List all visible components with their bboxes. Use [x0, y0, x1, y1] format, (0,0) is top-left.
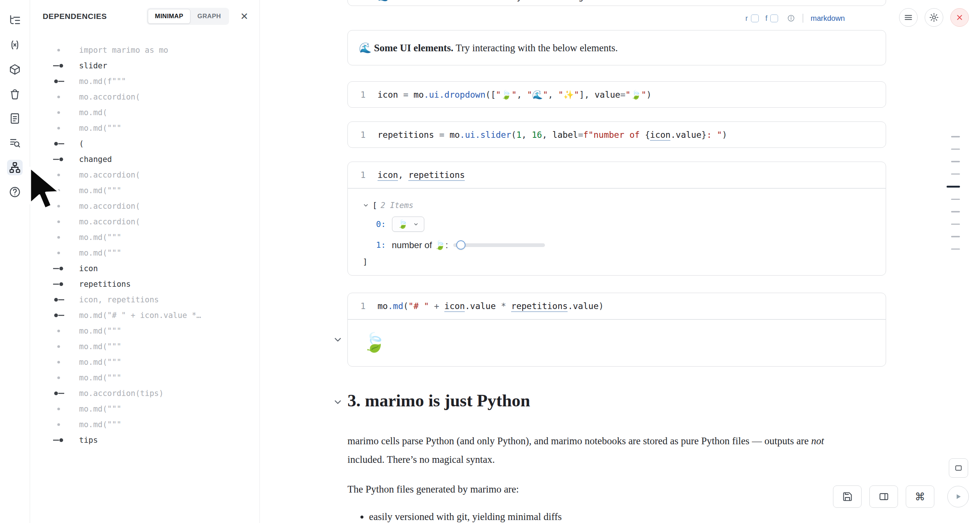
- dependency-item[interactable]: mo.md(""": [52, 120, 259, 136]
- play-icon: [953, 492, 963, 501]
- code-token: repetitions: [511, 301, 568, 312]
- minimap-line[interactable]: [951, 236, 960, 238]
- run-button[interactable]: [947, 486, 969, 507]
- dependency-item[interactable]: (: [52, 136, 259, 151]
- minimap-line[interactable]: [951, 211, 960, 212]
- code-cell-icon-dropdown[interactable]: 1 icon = mo.ui.dropdown(["🍃", "🌊", "✨"],…: [347, 81, 886, 108]
- keyboard-shortcuts-button[interactable]: ⌘: [906, 485, 934, 508]
- markdown-source-line[interactable]: 🌊 **Some UI elements.** Try interacting …: [377, 0, 712, 2]
- code-line[interactable]: icon, repetitions: [377, 170, 465, 180]
- node-reference-icon: [52, 297, 69, 302]
- dependency-item[interactable]: mo.accordion(: [52, 198, 259, 214]
- dependency-item[interactable]: mo.md(""": [52, 354, 259, 370]
- dependency-item[interactable]: icon, repetitions: [52, 292, 259, 308]
- chevron-down-icon[interactable]: [363, 202, 369, 208]
- dependency-item[interactable]: repetitions: [52, 276, 259, 292]
- dependency-item[interactable]: mo.md(: [52, 105, 259, 120]
- dependency-label: mo.accordion(: [79, 171, 140, 179]
- slider-widget[interactable]: [453, 243, 545, 247]
- dependency-item[interactable]: mo.md(""": [52, 417, 259, 432]
- snippets-icon[interactable]: [7, 37, 23, 53]
- code-token: .value: [465, 301, 496, 311]
- dependency-item[interactable]: import marimo as mo: [52, 42, 259, 58]
- dependency-item[interactable]: mo.md(f""": [52, 73, 259, 89]
- minimap-line[interactable]: [951, 161, 960, 162]
- slider-knob[interactable]: [456, 240, 466, 250]
- collapse-section-icon[interactable]: [332, 397, 343, 408]
- node-dot-icon: [52, 375, 69, 380]
- tab-graph[interactable]: GRAPH: [191, 9, 228, 24]
- dependency-item[interactable]: mo.md(""": [52, 183, 259, 198]
- format-checkbox[interactable]: [770, 14, 778, 22]
- code-line[interactable]: icon = mo.ui.dropdown(["🍃", "🌊", "✨"], v…: [377, 90, 651, 100]
- info-icon[interactable]: [787, 14, 795, 22]
- dependency-item[interactable]: mo.md(""": [52, 245, 259, 261]
- reactive-checkbox[interactable]: [751, 14, 759, 22]
- minimap-line-active[interactable]: [947, 186, 960, 188]
- dependency-item[interactable]: mo.md(""": [52, 370, 259, 386]
- dependency-item[interactable]: mo.accordion(: [52, 89, 259, 105]
- floating-panel-button[interactable]: [949, 458, 968, 478]
- packages-icon[interactable]: [7, 62, 23, 77]
- dependency-item[interactable]: mo.md(""": [52, 230, 259, 245]
- collapse-output-icon[interactable]: [332, 334, 343, 346]
- node-reference-icon: [52, 79, 69, 84]
- logs-icon[interactable]: [7, 135, 23, 151]
- node-dot-icon: [52, 48, 69, 53]
- minimap-line[interactable]: [951, 136, 960, 137]
- documentation-icon[interactable]: [7, 111, 23, 126]
- minimap-line[interactable]: [951, 199, 960, 200]
- cell-config-toolbar: r f markdown: [347, 11, 886, 25]
- code-cell-icon-repetitions[interactable]: 1 icon, repetitions [ 2 Items 0: 🍃: [347, 161, 886, 276]
- save-button[interactable]: [833, 485, 862, 508]
- bracket-open: [: [372, 201, 377, 210]
- code-token: "🌊": [527, 90, 548, 100]
- minimap-line[interactable]: [951, 174, 960, 175]
- leaf-emoji-heading: 🍃: [363, 332, 386, 353]
- code-line[interactable]: mo.md("# " + icon.value * repetitions.va…: [377, 301, 604, 311]
- bracket-close: ]: [363, 257, 886, 266]
- divider: [803, 14, 803, 23]
- data-sources-icon[interactable]: [7, 86, 23, 102]
- dependency-item[interactable]: tips: [52, 432, 259, 448]
- dependency-item[interactable]: mo.md(""": [52, 339, 259, 354]
- dependency-item[interactable]: mo.accordion(tips): [52, 386, 259, 401]
- help-icon[interactable]: [7, 184, 23, 200]
- dropdown-widget[interactable]: 🍃: [392, 217, 425, 232]
- minimap-line[interactable]: [951, 148, 960, 150]
- dependency-item[interactable]: slider: [52, 58, 259, 73]
- node-definition-icon: [52, 282, 69, 287]
- dependency-item[interactable]: mo.md(""": [52, 323, 259, 339]
- markdown-editor-cell[interactable]: 1 🌊 **Some UI elements.** Try interactin…: [347, 0, 886, 6]
- code-token: icon: [377, 90, 398, 100]
- dependency-label: mo.md(""": [79, 124, 121, 132]
- paragraph: The Python files generated by marimo are…: [347, 480, 857, 499]
- dependencies-icon[interactable]: [7, 160, 23, 175]
- dependency-label: mo.md(""": [79, 186, 121, 195]
- file-explorer-icon[interactable]: [7, 13, 23, 28]
- close-icon[interactable]: ✕: [239, 10, 250, 23]
- tab-minimap[interactable]: MINIMAP: [148, 9, 190, 24]
- minimap-line[interactable]: [951, 223, 960, 225]
- menu-button[interactable]: [899, 8, 918, 27]
- dependency-item[interactable]: mo.accordion(: [52, 167, 259, 183]
- code-token: =: [620, 90, 625, 100]
- gear-icon: [929, 12, 939, 23]
- code-token: value: [595, 90, 620, 100]
- dependency-item[interactable]: icon: [52, 261, 259, 276]
- dependency-item[interactable]: changed: [52, 151, 259, 167]
- code-cell-repetitions-slider[interactable]: 1 repetitions = mo.ui.slider(1, 16, labe…: [347, 121, 886, 148]
- code-cell-md-heading[interactable]: 1 mo.md("# " + icon.value * repetitions.…: [347, 293, 886, 367]
- minimap-line[interactable]: [951, 249, 960, 250]
- layout-button[interactable]: [869, 485, 898, 508]
- output-text: 🌊 Some UI elements. Try interacting with…: [359, 42, 618, 54]
- layout-icon: [879, 491, 889, 502]
- code-line[interactable]: repetitions = mo.ui.slider(1, 16, label=…: [377, 130, 727, 140]
- shutdown-button[interactable]: [950, 8, 969, 27]
- dependency-item[interactable]: mo.accordion(: [52, 214, 259, 230]
- language-toggle[interactable]: markdown: [811, 14, 845, 23]
- dependency-item[interactable]: mo.md("# " + icon.value *…: [52, 308, 259, 323]
- dependency-item[interactable]: mo.md(""": [52, 401, 259, 417]
- node-dot-icon: [52, 344, 69, 349]
- settings-button[interactable]: [925, 8, 943, 27]
